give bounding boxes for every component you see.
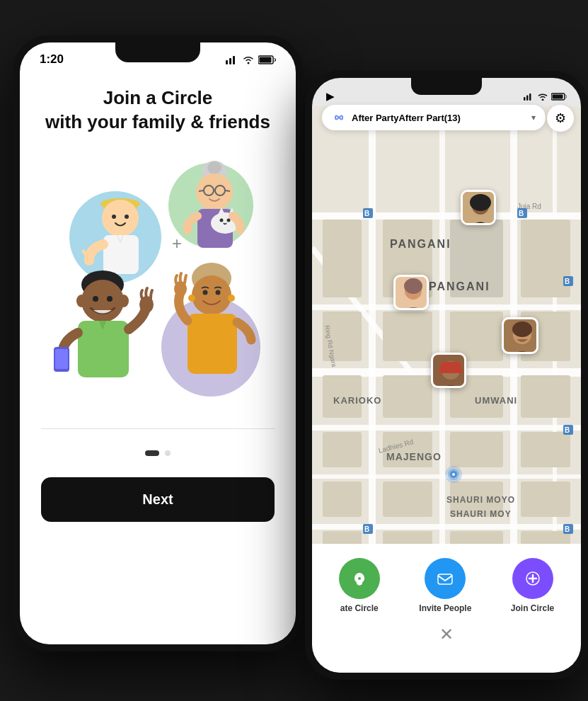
svg-rect-5 bbox=[260, 57, 272, 62]
close-icon: ✕ bbox=[439, 625, 454, 644]
svg-line-20 bbox=[225, 190, 230, 191]
svg-point-27 bbox=[227, 218, 231, 222]
dot-1 bbox=[145, 450, 159, 456]
svg-text:SHAURI MOYO: SHAURI MOYO bbox=[446, 495, 515, 505]
svg-point-43 bbox=[216, 290, 221, 295]
gear-icon: ⚙ bbox=[555, 110, 566, 126]
status-bar-right: ▶ bbox=[312, 84, 581, 106]
svg-point-114 bbox=[404, 278, 422, 294]
svg-rect-37 bbox=[55, 349, 68, 369]
right-status-icons bbox=[524, 93, 567, 101]
onboarding-content: Join a Circle with your family & friends… bbox=[20, 72, 296, 536]
svg-rect-72 bbox=[521, 375, 570, 418]
invite-icon bbox=[425, 558, 466, 599]
circle-selector[interactable]: After PartyAfterr Part(13) ▾ bbox=[322, 105, 546, 130]
svg-rect-77 bbox=[521, 481, 570, 517]
illustration-area: + + bbox=[41, 149, 275, 418]
status-time: 1:20 bbox=[40, 52, 64, 67]
svg-rect-34 bbox=[78, 321, 129, 377]
svg-rect-74 bbox=[323, 481, 362, 517]
svg-rect-50 bbox=[312, 425, 581, 431]
create-circle-label: ate Circle bbox=[340, 603, 379, 613]
svg-point-3 bbox=[248, 62, 250, 64]
dot-2 bbox=[165, 450, 171, 456]
svg-point-33 bbox=[107, 296, 113, 302]
svg-point-9 bbox=[112, 215, 116, 219]
svg-rect-2 bbox=[233, 56, 235, 64]
svg-point-15 bbox=[207, 161, 221, 174]
svg-point-125 bbox=[542, 98, 544, 101]
signal-icon bbox=[226, 55, 238, 64]
grandma-character bbox=[172, 159, 257, 262]
svg-rect-122 bbox=[524, 97, 526, 101]
svg-text:B: B bbox=[519, 210, 524, 217]
svg-text:KARIOKO: KARIOKO bbox=[333, 395, 381, 406]
svg-point-32 bbox=[93, 296, 98, 302]
svg-rect-68 bbox=[383, 375, 432, 418]
join-circle-icon bbox=[512, 558, 553, 599]
svg-point-10 bbox=[125, 215, 129, 219]
svg-point-40 bbox=[188, 295, 195, 302]
svg-line-19 bbox=[199, 190, 204, 191]
action-items: ate Circle Invite People bbox=[312, 558, 581, 613]
divider bbox=[41, 428, 275, 429]
svg-rect-44 bbox=[188, 314, 237, 374]
svg-point-39 bbox=[192, 275, 231, 315]
svg-point-108 bbox=[452, 473, 455, 476]
next-button[interactable]: Next bbox=[41, 477, 275, 522]
svg-rect-127 bbox=[553, 94, 563, 98]
svg-point-41 bbox=[228, 295, 235, 302]
battery-icon bbox=[258, 55, 276, 64]
signal-icon-right bbox=[524, 93, 534, 101]
wifi-icon-right bbox=[538, 93, 548, 101]
svg-rect-52 bbox=[312, 524, 581, 530]
create-circle-action[interactable]: ate Circle bbox=[339, 558, 380, 613]
svg-point-111 bbox=[470, 194, 491, 211]
svg-rect-75 bbox=[383, 481, 432, 517]
svg-point-29 bbox=[81, 280, 124, 322]
svg-rect-1 bbox=[229, 58, 231, 64]
woman-character bbox=[159, 258, 264, 400]
svg-point-31 bbox=[119, 295, 129, 307]
svg-point-8 bbox=[102, 200, 139, 236]
svg-rect-0 bbox=[226, 60, 228, 64]
svg-rect-129 bbox=[438, 574, 452, 584]
svg-rect-123 bbox=[526, 95, 529, 101]
svg-rect-121 bbox=[439, 369, 463, 373]
phone-left: 1:20 bbox=[13, 35, 303, 651]
settings-button[interactable]: ⚙ bbox=[547, 105, 574, 132]
svg-text:SHAURI MOY: SHAURI MOY bbox=[450, 509, 512, 519]
svg-text:B: B bbox=[565, 525, 570, 533]
svg-point-26 bbox=[220, 218, 224, 222]
svg-rect-48 bbox=[312, 304, 581, 310]
svg-text:B: B bbox=[565, 278, 570, 285]
svg-point-128 bbox=[358, 577, 361, 580]
action-bar: ate Circle Invite People bbox=[312, 544, 581, 673]
close-button[interactable]: ✕ bbox=[439, 625, 454, 644]
svg-point-30 bbox=[76, 295, 86, 307]
svg-point-42 bbox=[203, 290, 208, 295]
phone-right: PANGANI PANGANI KARIOKO UMWANI MAJENGO S… bbox=[305, 71, 588, 680]
svg-text:B: B bbox=[565, 426, 570, 434]
svg-rect-71 bbox=[450, 432, 503, 467]
svg-text:UMWANI: UMWANI bbox=[475, 395, 517, 406]
join-circle-action[interactable]: Join Circle bbox=[511, 558, 554, 613]
battery-icon-right bbox=[551, 93, 567, 101]
main-man-character bbox=[48, 262, 158, 414]
invite-people-action[interactable]: Invite People bbox=[419, 558, 471, 613]
svg-text:PANGANI: PANGANI bbox=[429, 280, 490, 292]
chevron-down-icon: ▾ bbox=[531, 113, 536, 122]
avatar-2 bbox=[393, 275, 429, 310]
wifi-icon bbox=[243, 55, 254, 64]
svg-rect-58 bbox=[323, 220, 362, 297]
avatar-1 bbox=[461, 190, 496, 225]
svg-rect-62 bbox=[383, 312, 432, 361]
notch-left bbox=[115, 42, 200, 62]
circle-name: After PartyAfterr Part(13) bbox=[352, 113, 526, 123]
status-icons bbox=[226, 55, 276, 64]
onboarding-title: Join a Circle with your family & friends bbox=[45, 86, 270, 135]
avatar-3 bbox=[502, 317, 538, 354]
scene: 1:20 bbox=[0, 0, 588, 701]
infinity-icon bbox=[332, 110, 346, 125]
create-circle-icon bbox=[339, 558, 380, 599]
